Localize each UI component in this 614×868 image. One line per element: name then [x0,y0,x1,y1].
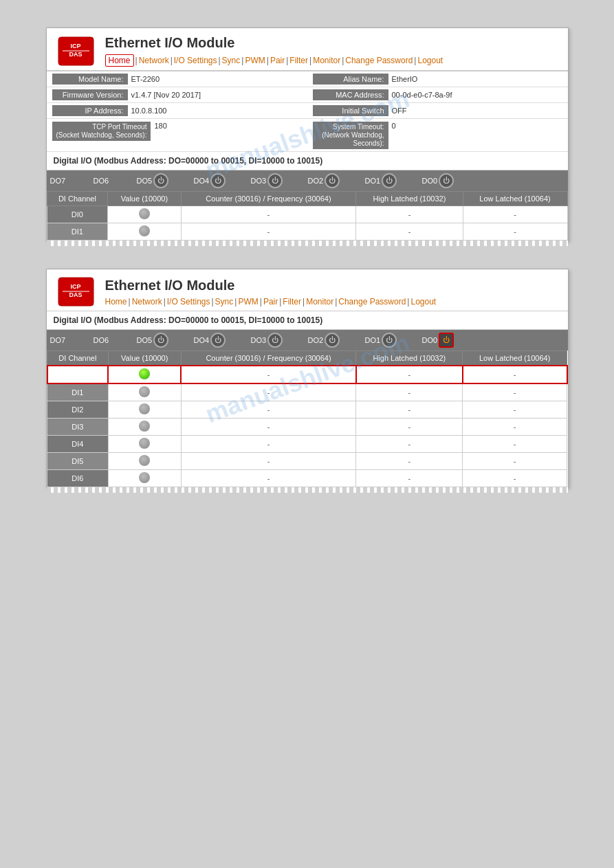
svg-text:ICP: ICP [70,283,80,290]
ip-value: 10.0.8.100 [131,107,167,115]
nav-home-2[interactable]: Home [105,297,127,307]
nav-network-2[interactable]: Network [132,297,162,307]
di6-led-2 [139,472,150,483]
di2-value-2 [108,401,181,419]
do3-label-2: DO3 [251,336,267,344]
di5-value-2 [108,453,181,470]
di0-led-1 [139,208,150,219]
section-title-1: Digital I/O (Modbus Address: DO=00000 to… [47,152,568,170]
di4-low-2: - [463,436,567,453]
do5-label-2: DO5 [137,336,153,344]
nav-home-1[interactable]: Home [105,54,134,67]
nav-pair-2[interactable]: Pair [263,297,278,307]
nav-monitor-2[interactable]: Monitor [306,297,333,307]
nav-pwm-2[interactable]: PWM [238,297,258,307]
nav-filter-2[interactable]: Filter [283,297,301,307]
di2-high-2: - [356,401,463,419]
do6-cell-1: DO6 [94,177,135,185]
power-icon-do4-2: ⏻ [215,337,221,344]
di-col-value-1: Value (10000) [108,192,181,206]
nav-changepass-1[interactable]: Change Password [345,56,413,65]
di5-high-2: - [356,453,463,470]
di1-value-1 [108,223,181,241]
sys-timeout-label: System Timeout:(Network Watchdog,Seconds… [313,122,388,149]
di-col-high-2: High Latched (10032) [356,351,463,366]
do4-button-2[interactable]: ⏻ [210,333,226,348]
di6-counter-2: - [181,470,356,487]
nav-monitor-1[interactable]: Monitor [313,56,340,65]
svg-text:DAS: DAS [69,291,82,298]
di1-counter-2: - [181,383,356,401]
do5-button-1[interactable]: ⏻ [153,173,168,188]
di4-led-2 [139,438,150,449]
header-right-2: Ethernet I/O Module Home | Network | I/O… [105,278,558,307]
section-title-2: Digital I/O (Modbus Address: DO=00000 to… [47,311,568,330]
nav-pwm-1[interactable]: PWM [245,56,265,65]
power-icon-do2-2: ⏻ [329,337,336,344]
nav-network-1[interactable]: Network [139,56,169,65]
tcp-cell: TCP Port Timeout(Socket Watchdog, Second… [47,119,307,152]
do4-button-1[interactable]: ⏻ [210,173,226,188]
do2-label-1: DO2 [308,177,324,185]
nav-logout-2[interactable]: Logout [410,297,436,307]
di-row-di6-2: DI6 - - - [47,470,567,487]
nav-filter-1[interactable]: Filter [289,56,308,65]
do3-button-1[interactable]: ⏻ [267,173,283,188]
di5-low-2: - [463,453,567,470]
do2-button-1[interactable]: ⏻ [325,173,340,188]
do4-cell-1: DO4 ⏻ [194,173,249,188]
nav-sync-2[interactable]: Sync [215,297,234,307]
do7-label-2: DO7 [50,336,66,344]
di-col-low-2: Low Latched (10064) [463,351,567,366]
di-row-di2-2: DI2 - - - [47,401,567,419]
mac-cell: MAC Address: 00-0d-e0-c7-8a-9f [307,87,568,103]
di6-value-2 [108,470,181,487]
power-icon-do2-1: ⏻ [329,177,336,184]
do0-button-1[interactable]: ⏻ [439,173,454,188]
power-icon-do4-1: ⏻ [215,177,221,184]
do0-cell-2: DO0 ⏻ [422,333,477,348]
do1-button-1[interactable]: ⏻ [382,173,397,188]
nav-sync-1[interactable]: Sync [222,56,241,65]
do6-cell-2: DO6 [94,336,135,344]
do5-cell-2: DO5 ⏻ [137,333,192,348]
di1-value-2 [108,383,181,401]
di3-low-2: - [463,419,567,436]
nav-pair-1[interactable]: Pair [270,56,285,65]
sys-timeout-value: 0 [392,122,396,130]
nav-changepass-2[interactable]: Change Password [338,297,406,307]
mac-value: 00-0d-e0-c7-8a-9f [392,91,452,99]
svg-text:ICP: ICP [70,43,80,49]
di-col-value-2: Value (10000) [108,351,181,366]
do2-button-2[interactable]: ⏻ [325,333,340,348]
do3-cell-2: DO3 ⏻ [251,333,306,348]
di-col-channel-2: DI Channel [47,351,109,366]
di4-high-2: - [356,436,463,453]
init-switch-label: Initial Switch [313,105,388,116]
do1-button-2[interactable]: ⏻ [382,333,397,348]
do2-label-2: DO2 [308,336,324,344]
di2-counter-2: - [181,401,356,419]
do3-button-2[interactable]: ⏻ [267,333,283,348]
di0-led-2 [139,368,150,379]
di2-channel-2: DI2 [47,401,109,419]
nav-bar-2: Home | Network | I/O Settings | Sync | P… [105,297,558,307]
do0-button-2[interactable]: ⏻ [439,333,454,348]
tcp-label: TCP Port Timeout(Socket Watchdog, Second… [52,122,151,141]
di0-low-2: - [463,366,567,383]
di-col-counter-1: Counter (30016) / Frequency (30064) [181,192,356,206]
firmware-label: Firmware Version: [52,89,128,100]
nav-io-settings-1[interactable]: I/O Settings [174,56,217,65]
do5-button-2[interactable]: ⏻ [153,333,168,348]
di-col-low-1: Low Latched (10064) [463,192,567,206]
nav-logout-1[interactable]: Logout [417,56,443,65]
di1-led-1 [139,225,150,236]
di4-value-2 [108,436,181,453]
mac-label: MAC Address: [313,89,388,100]
panel-2-header: ICP DAS Ethernet I/O Module Home | Netwo… [47,269,568,311]
di0-high-2: - [356,366,463,383]
di-row-di4-2: DI4 - - - [47,436,567,453]
di1-led-2 [139,386,150,397]
nav-io-settings-2[interactable]: I/O Settings [167,297,210,307]
di3-high-2: - [356,419,463,436]
